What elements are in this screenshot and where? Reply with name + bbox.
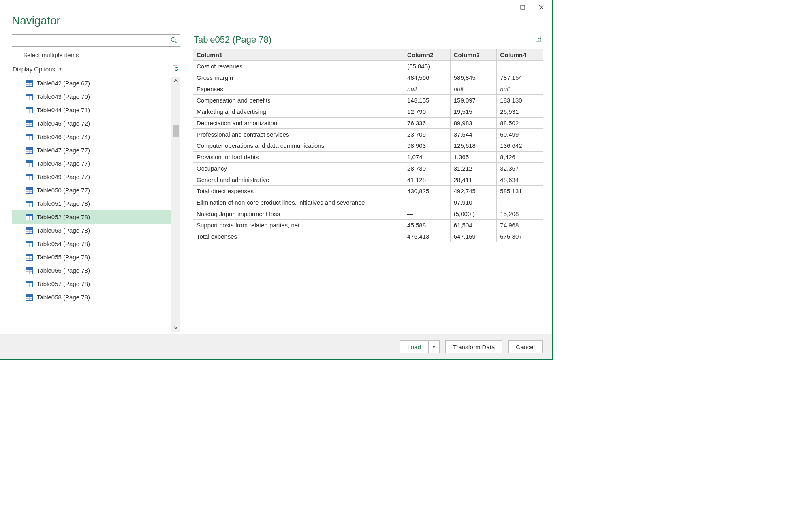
tree-item-label: Table054 (Page 78): [37, 240, 90, 247]
column-header[interactable]: Column3: [450, 49, 497, 61]
display-options-dropdown[interactable]: Display Options ▼: [13, 66, 62, 73]
table-row[interactable]: Depreciation and amortization76,33689,98…: [193, 118, 543, 129]
table-cell: 183,130: [497, 95, 543, 106]
cancel-button[interactable]: Cancel: [508, 340, 543, 353]
table-row[interactable]: General and administrative41,12828,41148…: [193, 174, 543, 186]
scrollbar[interactable]: [171, 77, 180, 332]
scroll-down-button[interactable]: [171, 323, 180, 332]
table-cell: 45,588: [404, 220, 451, 231]
transform-data-button[interactable]: Transform Data: [445, 340, 503, 353]
table-icon: [26, 147, 33, 154]
table-cell: 476,413: [404, 231, 451, 242]
cancel-button-label: Cancel: [516, 344, 535, 350]
table-cell: —: [497, 197, 543, 208]
table-icon: [26, 120, 33, 127]
tree-item[interactable]: Table050 (Page 77): [12, 184, 171, 197]
tree-item[interactable]: Table046 (Page 74): [12, 130, 171, 143]
column-header[interactable]: Column1: [193, 49, 404, 61]
preview-pane: Table052 (Page 78) Column1Column2Column3…: [193, 34, 543, 332]
table-row[interactable]: Cost of revenues(55,845)——: [193, 61, 543, 72]
select-multiple-label: Select multiple items: [23, 51, 79, 58]
table-row[interactable]: Occupancy28,73031,21232,367: [193, 163, 543, 174]
tree-item-label: Table045 (Page 72): [37, 120, 90, 127]
table-cell: General and administrative: [193, 174, 404, 186]
search-icon[interactable]: [170, 36, 177, 45]
table-row[interactable]: Professional and contract services23,709…: [193, 129, 543, 140]
tree-item[interactable]: Table055 (Page 78): [12, 250, 171, 264]
tree-item[interactable]: Table054 (Page 78): [12, 237, 171, 250]
table-cell: 125,618: [450, 140, 497, 152]
tree-item[interactable]: Table043 (Page 70): [12, 90, 171, 103]
tree-item[interactable]: Table042 (Page 67): [12, 77, 171, 90]
navigator-left-pane: Select multiple items Display Options ▼ …: [12, 34, 186, 332]
search-input[interactable]: [15, 35, 170, 46]
table-cell: 28,411: [450, 174, 497, 186]
tree-item[interactable]: Table053 (Page 78): [12, 224, 171, 237]
table-cell: 61,504: [450, 220, 497, 231]
table-icon: [26, 94, 33, 100]
scroll-up-button[interactable]: [171, 77, 180, 85]
table-cell: 48,634: [497, 174, 543, 186]
table-cell: Marketing and advertising: [193, 106, 404, 118]
table-cell: 23,709: [404, 129, 451, 140]
tree-item-label: Table044 (Page 71): [37, 107, 90, 113]
tree-item-label: Table049 (Page 77): [37, 173, 90, 180]
titlebar: [0, 0, 552, 14]
tree-item[interactable]: Table047 (Page 77): [12, 143, 171, 157]
load-button[interactable]: Load: [400, 340, 428, 353]
table-icon: [26, 107, 33, 113]
search-box[interactable]: [12, 34, 180, 47]
tree-item[interactable]: Table045 (Page 72): [12, 117, 171, 130]
table-cell: 15,208: [497, 208, 543, 220]
scroll-thumb[interactable]: [173, 125, 179, 137]
tree-item[interactable]: Table044 (Page 71): [12, 103, 171, 117]
table-cell: 60,499: [497, 129, 543, 140]
column-header[interactable]: Column4: [497, 49, 543, 61]
maximize-button[interactable]: [513, 1, 532, 13]
table-row[interactable]: Marketing and advertising12,79019,51526,…: [193, 106, 543, 118]
table-cell: 41,128: [404, 174, 451, 186]
table-row[interactable]: Total expenses476,413647,159675,307: [193, 231, 543, 242]
refresh-preview-icon[interactable]: [535, 36, 543, 44]
tree-item[interactable]: Table057 (Page 78): [12, 277, 171, 291]
table-cell: Compensation and benefits: [193, 95, 404, 106]
table-cell: —: [450, 61, 497, 72]
tree-item[interactable]: Table056 (Page 78): [12, 264, 171, 277]
table-cell: 74,968: [497, 220, 543, 231]
tree-item[interactable]: Table049 (Page 77): [12, 170, 171, 184]
table-cell: 76,336: [404, 118, 451, 129]
load-dropdown-toggle[interactable]: ▼: [429, 340, 440, 353]
tree-item[interactable]: Table051 (Page 78): [12, 197, 171, 210]
tree-item-label: Table042 (Page 67): [37, 80, 90, 87]
table-row[interactable]: Gross margin484,596589,845787,154: [193, 72, 543, 83]
refresh-icon[interactable]: [172, 65, 179, 73]
table-icon: [26, 160, 33, 167]
table-row[interactable]: Compensation and benefits148,155159,0971…: [193, 95, 543, 106]
tree-item-label: Table057 (Page 78): [37, 280, 90, 287]
tree-item-label: Table055 (Page 78): [37, 254, 90, 261]
column-header[interactable]: Column2: [404, 49, 451, 61]
tree-item[interactable]: Table052 (Page 78): [12, 210, 171, 224]
table-cell: null: [404, 83, 451, 95]
tree-item-label: Table046 (Page 74): [37, 133, 90, 140]
table-row[interactable]: Elimination of non-core product lines, i…: [193, 197, 543, 208]
table-cell: Depreciation and amortization: [193, 118, 404, 129]
table-row[interactable]: Expensesnullnullnull: [193, 83, 543, 95]
table-cell: 589,845: [450, 72, 497, 83]
close-button[interactable]: [532, 1, 551, 13]
table-row[interactable]: Total direct expenses430,825492,745585,1…: [193, 186, 543, 197]
table-row[interactable]: Provision for bad debts1,0741,3658,426: [193, 152, 543, 163]
table-icon: [26, 281, 33, 287]
tree-item-label: Table051 (Page 78): [37, 200, 90, 207]
table-row[interactable]: Nasdaq Japan impairment loss—(5,000 )15,…: [193, 208, 543, 220]
table-row[interactable]: Support costs from related parties, net4…: [193, 220, 543, 231]
table-cell: 31,212: [450, 163, 497, 174]
select-multiple-checkbox[interactable]: Select multiple items: [12, 47, 180, 61]
load-split-button: Load ▼: [400, 340, 439, 353]
table-icon: [26, 80, 33, 87]
tree-item[interactable]: Table048 (Page 77): [12, 157, 171, 170]
table-row[interactable]: Computer operations and data communicati…: [193, 140, 543, 152]
table-cell: Expenses: [193, 83, 404, 95]
table-cell: 430,825: [404, 186, 451, 197]
tree-item[interactable]: Table058 (Page 78): [12, 291, 171, 304]
